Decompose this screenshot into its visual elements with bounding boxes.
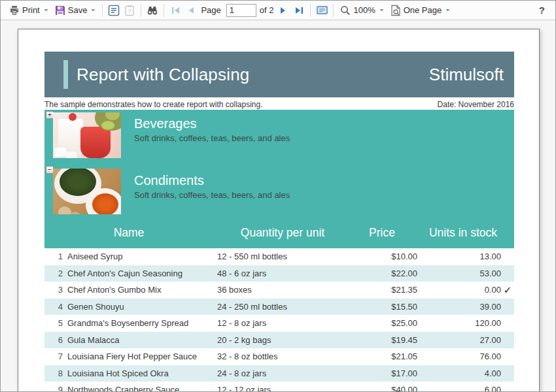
product-name: Chef Anton's Cajun Seasoning bbox=[63, 269, 213, 278]
row-number: 7 bbox=[44, 351, 63, 361]
row-number: 8 bbox=[44, 368, 63, 378]
row-number: 3 bbox=[44, 285, 63, 295]
condiments-photo bbox=[53, 169, 121, 214]
last-page-button[interactable] bbox=[291, 3, 307, 18]
printer-icon bbox=[9, 5, 20, 16]
toolbar-separator bbox=[310, 4, 311, 17]
quantity-per-unit: 12 - 8 oz jars bbox=[213, 318, 357, 328]
find-button[interactable] bbox=[145, 3, 160, 18]
bookmarks-button[interactable] bbox=[106, 3, 122, 18]
report-viewer-window: Print Save ? bbox=[0, 0, 556, 392]
units-in-stock-value: 53.00 bbox=[417, 269, 501, 278]
first-page-icon bbox=[171, 7, 180, 14]
chevron-down-icon bbox=[44, 8, 48, 12]
units-in-stock-value: 76.00 bbox=[417, 351, 501, 361]
report-meta-row: The sample demonstrates how to create re… bbox=[44, 97, 514, 109]
product-name: Chef Anton's Gumbo Mix bbox=[63, 285, 213, 295]
price-value: $25.00 bbox=[357, 318, 417, 328]
report-title: Report with Collapsing bbox=[77, 65, 250, 85]
toolbar-separator bbox=[141, 4, 141, 17]
table-row: 5 Grandma's Boysenberry Spread 12 - 8 oz… bbox=[44, 315, 514, 332]
full-screen-button[interactable] bbox=[314, 3, 330, 18]
price-value: $17.00 bbox=[357, 368, 417, 378]
table-body: 1 Aniseed Syrup 12 - 550 ml bottles $10.… bbox=[44, 248, 514, 392]
toolbar-separator bbox=[102, 4, 103, 17]
page-magnifier-icon bbox=[391, 5, 401, 16]
units-in-stock-value: 6.00 bbox=[417, 385, 501, 392]
magnifier-icon bbox=[340, 5, 351, 16]
accent-bar bbox=[63, 60, 68, 89]
group-row-condiments: − Condiments Soft drinks, coffees, teas,… bbox=[44, 162, 514, 217]
report-page: Report with Collapsing Stimulsoft The sa… bbox=[18, 29, 540, 392]
price-value: $21.05 bbox=[357, 351, 417, 361]
print-button-label: Print bbox=[22, 5, 40, 15]
quantity-per-unit: 48 - 6 oz jars bbox=[213, 269, 357, 278]
table-row: 1 Aniseed Syrup 12 - 550 ml bottles $10.… bbox=[44, 248, 514, 265]
view-mode-button[interactable]: One Page bbox=[387, 3, 454, 18]
table-row: 3 Chef Anton's Gumbo Mix 36 boxes $21.35… bbox=[44, 282, 514, 299]
table-row: 7 Louisiana Fiery Hot Pepper Sauce 32 - … bbox=[44, 348, 514, 365]
row-number: 4 bbox=[44, 302, 63, 312]
chevron-down-icon bbox=[379, 8, 384, 12]
toolbar: Print Save ? bbox=[1, 1, 555, 20]
price-value: $21.35 bbox=[357, 285, 417, 295]
quantity-per-unit: 32 - 8 oz bottles bbox=[213, 351, 357, 361]
page-number-input[interactable] bbox=[226, 4, 256, 17]
quantity-per-unit: 36 boxes bbox=[213, 285, 357, 295]
product-name: Northwoods Cranberry Sauce bbox=[63, 385, 213, 392]
quantity-per-unit: 24 - 250 ml bottles bbox=[213, 302, 357, 312]
help-button[interactable]: ? bbox=[539, 5, 545, 16]
page-label: Page bbox=[201, 5, 220, 15]
row-number: 5 bbox=[44, 318, 63, 328]
table-row: 8 Louisiana Hot Spiced Okra 24 - 8 oz ja… bbox=[44, 365, 514, 382]
product-name: Aniseed Syrup bbox=[63, 252, 213, 261]
header-units: Units in stock bbox=[412, 226, 514, 240]
product-name: Louisiana Hot Spiced Okra bbox=[63, 368, 213, 378]
product-name: Grandma's Boysenberry Spread bbox=[63, 318, 213, 328]
product-name: Genen Shouyu bbox=[63, 302, 213, 312]
parameters-button[interactable]: ? bbox=[122, 3, 137, 18]
report-title-banner: Report with Collapsing Stimulsoft bbox=[44, 52, 514, 97]
group-title: Condiments bbox=[134, 172, 290, 188]
quantity-per-unit: 24 - 8 oz jars bbox=[213, 368, 357, 378]
zoom-value-label: 100% bbox=[353, 5, 375, 15]
group-description: Soft drinks, coffees, teas, beers, and a… bbox=[134, 133, 290, 143]
price-value: $22.00 bbox=[357, 269, 417, 278]
units-in-stock-value: 39.00 bbox=[417, 302, 501, 312]
header-name: Name bbox=[44, 226, 213, 240]
previous-page-button[interactable] bbox=[183, 3, 199, 18]
first-page-button[interactable] bbox=[167, 3, 183, 18]
group-title: Beverages bbox=[134, 116, 290, 131]
report-viewer-area: Report with Collapsing Stimulsoft The sa… bbox=[1, 20, 555, 391]
product-name: Gula Malacca bbox=[63, 335, 213, 345]
toolbar-separator bbox=[333, 4, 334, 17]
beverages-photo bbox=[53, 112, 121, 158]
previous-page-icon bbox=[188, 7, 194, 14]
group-block: + Beverages Soft drinks, coffees, teas, … bbox=[44, 110, 514, 248]
brand-name: Stimulsoft bbox=[429, 65, 504, 85]
group-row-beverages: + Beverages Soft drinks, coffees, teas, … bbox=[44, 110, 514, 162]
units-in-stock-value: 4.00 bbox=[417, 368, 501, 378]
view-mode-label: One Page bbox=[404, 5, 442, 15]
next-page-button[interactable] bbox=[275, 3, 291, 18]
svg-text:?: ? bbox=[128, 8, 131, 14]
save-button[interactable]: Save bbox=[52, 3, 99, 18]
floppy-disk-icon bbox=[55, 5, 65, 16]
print-button[interactable]: Print bbox=[6, 3, 52, 18]
price-value: $15.50 bbox=[357, 302, 417, 312]
table-row: 6 Gula Malacca 20 - 2 kg bags $19.45 27.… bbox=[44, 332, 514, 349]
zoom-button[interactable]: 100% bbox=[337, 3, 387, 18]
table-row: 9 Northwoods Cranberry Sauce 12 - 12 oz … bbox=[44, 382, 514, 392]
table-row: 2 Chef Anton's Cajun Seasoning 48 - 6 oz… bbox=[44, 265, 514, 282]
check-mark: ✓ bbox=[501, 284, 514, 296]
full-screen-icon bbox=[316, 5, 328, 15]
row-number: 9 bbox=[44, 385, 63, 392]
chevron-down-icon bbox=[91, 8, 96, 12]
quantity-per-unit: 20 - 2 kg bags bbox=[213, 335, 357, 345]
clipboard-question-icon: ? bbox=[124, 5, 135, 16]
units-in-stock-value: 120.00 bbox=[417, 318, 501, 328]
price-value: $19.45 bbox=[357, 335, 417, 345]
chevron-down-icon bbox=[445, 8, 450, 12]
units-in-stock-value: 0.00 bbox=[417, 285, 501, 295]
header-price: Price bbox=[352, 226, 412, 240]
